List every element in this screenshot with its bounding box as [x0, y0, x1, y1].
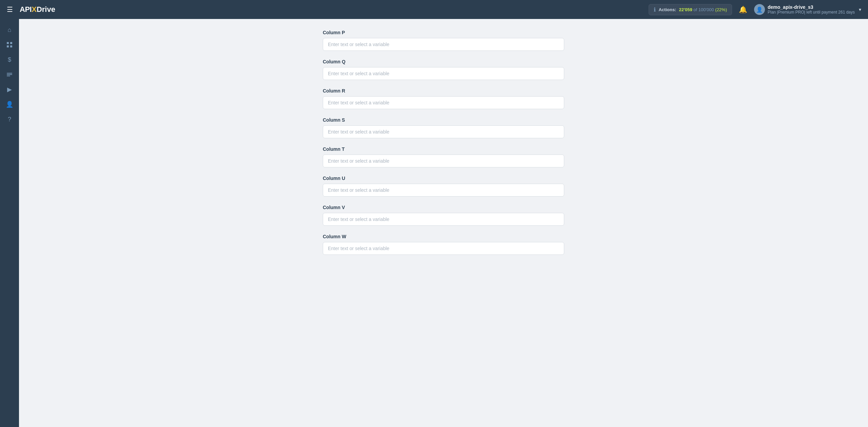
sidebar-item-home[interactable]: ⌂	[3, 23, 16, 37]
input-col-s[interactable]	[323, 125, 564, 138]
svg-rect-5	[7, 74, 12, 75]
input-col-v[interactable]	[323, 213, 564, 226]
user-plan: Plan |Premium PRO| left until payment 26…	[768, 10, 855, 15]
count-pct: (22%)	[715, 7, 727, 12]
svg-rect-2	[7, 45, 9, 47]
svg-rect-0	[7, 42, 9, 44]
actions-count: 22'059 of 100'000 (22%)	[679, 7, 727, 12]
sidebar-item-tools[interactable]	[3, 68, 16, 81]
field-group-col-w: Column W	[323, 234, 564, 255]
user-section[interactable]: 👤 demo_apix-drive_s3 Plan |Premium PRO| …	[754, 4, 863, 15]
field-group-col-t: Column T	[323, 146, 564, 167]
input-col-r[interactable]	[323, 96, 564, 109]
label-col-q: Column Q	[323, 59, 564, 64]
svg-rect-1	[10, 42, 12, 44]
field-group-col-u: Column U	[323, 176, 564, 197]
label-col-t: Column T	[323, 146, 564, 152]
sidebar-item-billing[interactable]: $	[3, 53, 16, 66]
svg-rect-3	[10, 45, 12, 47]
svg-rect-4	[7, 73, 12, 74]
input-col-w[interactable]	[323, 242, 564, 255]
label-col-w: Column W	[323, 234, 564, 239]
input-col-t[interactable]	[323, 155, 564, 167]
field-group-col-q: Column Q	[323, 59, 564, 80]
field-group-col-r: Column R	[323, 88, 564, 109]
field-group-col-s: Column S	[323, 117, 564, 138]
input-col-q[interactable]	[323, 67, 564, 80]
bell-icon[interactable]: 🔔	[737, 4, 749, 15]
content-inner: Column PColumn QColumn RColumn SColumn T…	[315, 19, 572, 279]
sidebar: ⌂ $ ▶ 👤 ?	[0, 19, 19, 427]
logo: API X Drive	[20, 5, 55, 14]
menu-icon[interactable]: ☰	[5, 4, 14, 15]
actions-badge[interactable]: ℹ Actions: 22'059 of 100'000 (22%)	[649, 4, 732, 15]
field-group-col-p: Column P	[323, 30, 564, 51]
sidebar-item-help[interactable]: ?	[3, 113, 16, 126]
svg-rect-6	[7, 76, 10, 76]
label-col-p: Column P	[323, 30, 564, 35]
logo-x-text: X	[32, 5, 37, 14]
main-layout: ⌂ $ ▶ 👤 ? Column PColumn QColumn RColumn…	[0, 19, 868, 427]
content-wrapper: Column PColumn QColumn RColumn SColumn T…	[19, 19, 868, 427]
label-col-u: Column U	[323, 176, 564, 181]
sidebar-item-media[interactable]: ▶	[3, 83, 16, 96]
input-col-p[interactable]	[323, 38, 564, 51]
field-group-col-v: Column V	[323, 205, 564, 226]
sidebar-item-connections[interactable]	[3, 38, 16, 52]
label-col-r: Column R	[323, 88, 564, 94]
count-total: 100'000	[698, 7, 714, 12]
user-name: demo_apix-drive_s3	[768, 4, 855, 10]
info-icon: ℹ	[654, 6, 656, 13]
user-info: demo_apix-drive_s3 Plan |Premium PRO| le…	[768, 4, 855, 15]
label-col-s: Column S	[323, 117, 564, 123]
logo-api-text: API	[20, 5, 32, 14]
label-col-v: Column V	[323, 205, 564, 210]
sidebar-item-profile[interactable]: 👤	[3, 98, 16, 111]
topnav: ☰ API X Drive ℹ Actions: 22'059 of 100'0…	[0, 0, 868, 19]
chevron-down-icon[interactable]: ▾	[857, 5, 863, 14]
count-sep: of	[693, 7, 698, 12]
avatar: 👤	[754, 4, 765, 15]
input-col-u[interactable]	[323, 184, 564, 197]
count-used: 22'059	[679, 7, 692, 12]
logo-drive-text: Drive	[37, 5, 55, 14]
actions-label: Actions:	[658, 7, 676, 12]
